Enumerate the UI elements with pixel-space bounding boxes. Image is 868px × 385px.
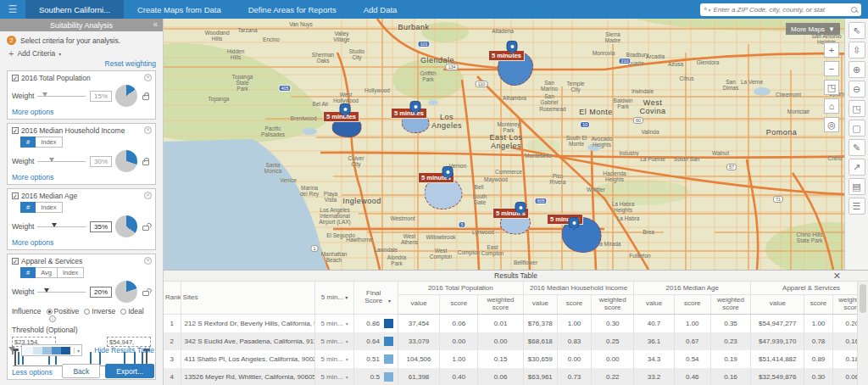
col-final-score[interactable]: Final Score ▾ [353, 282, 398, 314]
locate-button[interactable]: ◎ [824, 117, 839, 132]
site-pin-icon[interactable] [507, 41, 518, 52]
add-criteria-button[interactable]: + Add Criteria ▾ [8, 48, 156, 59]
report-icon[interactable]: ▤ [849, 178, 865, 195]
search-icon[interactable] [851, 7, 857, 13]
zoom-out-button[interactable]: − [824, 61, 839, 76]
influence-radio-ideal[interactable]: Ideal [120, 307, 143, 315]
weight-value[interactable]: 15% [90, 91, 112, 102]
table-scrollbar[interactable] [857, 282, 868, 385]
cell-minutes[interactable]: 5 min...▾ [315, 332, 353, 350]
criteria-checkbox[interactable]: ✓ [12, 192, 19, 199]
export-button[interactable]: Export... [105, 364, 154, 378]
site-pin-icon[interactable] [410, 101, 421, 112]
toggle-index[interactable]: Index [36, 137, 62, 148]
cell-minutes[interactable]: 5 min...▾ [315, 350, 353, 368]
cell-value: 37,454 [398, 314, 439, 332]
collapse-panel-icon[interactable]: « [153, 20, 158, 29]
menu-icon[interactable]: ☰ [0, 0, 25, 19]
toggle-#[interactable]: # [20, 137, 36, 148]
legend-icon[interactable]: ☰ [849, 198, 865, 215]
chevron-down-icon[interactable]: ▾ [709, 7, 711, 13]
lock-icon[interactable] [141, 92, 151, 100]
pan-icon[interactable]: ⇳ [849, 42, 865, 59]
zoom-in-icon[interactable]: ⊕ [849, 61, 865, 78]
slider-handle[interactable] [44, 288, 49, 293]
nav-tab-0[interactable]: Southern Californi... [25, 0, 124, 19]
close-icon[interactable]: ✕ [833, 271, 841, 282]
criteria-checkbox[interactable]: ✓ [12, 127, 19, 134]
reset-weighting-link[interactable]: Reset weighting [105, 59, 156, 68]
site-pin-icon[interactable] [569, 217, 580, 228]
col-sub: score [674, 294, 710, 314]
col-group: Apparel & Services [751, 282, 868, 294]
remove-criteria-icon[interactable]: ✕ [144, 257, 152, 265]
nav-tab-2[interactable]: Define Areas for Reports [235, 0, 350, 19]
cell-value: 0.30 [592, 314, 634, 332]
toggle-index[interactable]: Index [58, 267, 84, 278]
more-options-link[interactable]: More options [12, 173, 53, 181]
weight-value[interactable]: 30% [90, 156, 112, 167]
slider-handle[interactable] [49, 158, 54, 162]
extent-select-icon[interactable]: ◳ [849, 100, 865, 117]
table-row[interactable]: 413526 Meyer Rd, Whittier, California, 9… [164, 368, 868, 385]
criteria-checkbox[interactable]: ✓ [12, 75, 19, 81]
toggle-#[interactable]: # [20, 267, 36, 278]
threshold-label: Threshold (Optional) [12, 326, 151, 334]
toggle-#[interactable]: # [20, 202, 36, 213]
unlock-icon[interactable] [141, 287, 151, 296]
weight-slider[interactable] [37, 226, 86, 227]
remove-criteria-icon[interactable]: ✕ [144, 192, 152, 199]
site-pin-icon[interactable] [340, 103, 351, 114]
remove-criteria-icon[interactable]: ✕ [144, 74, 152, 81]
influence-radio-positive[interactable]: Positive [47, 307, 80, 315]
color-ramp-select[interactable]: ▾ [21, 344, 82, 356]
table-row[interactable]: 2342 S Euclid Ave, Pasadena, California,… [164, 332, 868, 350]
toggle-avg[interactable]: Avg [36, 267, 58, 278]
weight-slider[interactable] [37, 161, 86, 162]
pointer-icon[interactable]: ⇖ [849, 22, 865, 39]
cell-value: 0.35 [710, 314, 750, 332]
zoom-in-button[interactable]: + [824, 42, 839, 58]
criteria-checkbox[interactable]: ✓ [12, 258, 19, 265]
plus-icon: + [8, 48, 14, 59]
map-canvas[interactable]: BurbankGlendaleLos AngelesEast Los Angel… [164, 19, 868, 270]
remove-criteria-icon[interactable]: ✕ [144, 126, 152, 134]
slider-handle[interactable] [52, 223, 57, 227]
weight-slider[interactable] [37, 96, 86, 97]
influence-radio-inverse[interactable]: Inverse [84, 307, 115, 315]
site-pin-icon[interactable] [515, 202, 526, 213]
lock-icon[interactable] [141, 157, 151, 165]
more-options-link[interactable]: More options [12, 108, 53, 116]
weight-pie-chart [115, 215, 137, 237]
weight-slider[interactable] [37, 292, 86, 293]
extent-button[interactable]: ◳ [824, 80, 839, 95]
weight-value[interactable]: 35% [90, 221, 112, 232]
cell-value: $63,961 [523, 368, 557, 385]
slider-handle[interactable] [42, 92, 47, 97]
more-maps-button[interactable]: More Maps▼ [786, 23, 840, 35]
draw-icon[interactable]: ✎ [849, 139, 865, 156]
search-input[interactable] [714, 6, 851, 14]
rect-select-icon[interactable]: ▢ [849, 120, 865, 137]
table-row[interactable]: 1212 S Rexford Dr, Beverly Hills, Califo… [164, 314, 868, 332]
col-minutes[interactable]: 5 min... ▾ [315, 282, 353, 314]
hide-results-link[interactable]: Hide Results Table [94, 346, 154, 354]
unlock-icon[interactable] [141, 222, 151, 231]
more-options-link[interactable]: More options [12, 238, 53, 247]
toggle-index[interactable]: Index [36, 202, 62, 213]
info-icon[interactable]: i [49, 315, 56, 322]
criteria-name: 2016 Total Population [21, 74, 91, 82]
cell-value: 0.25 [592, 332, 634, 350]
home-button[interactable]: ⌂ [824, 98, 839, 114]
filter-icon[interactable] [8, 347, 16, 354]
nav-tab-3[interactable]: Add Data [350, 0, 411, 19]
cell-minutes[interactable]: 5 min...▾ [315, 368, 353, 385]
nav-tab-1[interactable]: Create Maps from Data [124, 0, 235, 19]
zoom-out-icon[interactable]: ⊖ [849, 81, 865, 98]
back-button[interactable]: Back [62, 364, 100, 378]
cell-minutes[interactable]: 5 min...▾ [315, 314, 353, 332]
share-icon[interactable]: ↗ [849, 159, 865, 176]
site-pin-icon[interactable] [442, 166, 453, 177]
table-row[interactable]: 3411 Shatto Pl, Los Angeles, California,… [164, 350, 868, 368]
weight-value[interactable]: 20% [90, 287, 112, 298]
